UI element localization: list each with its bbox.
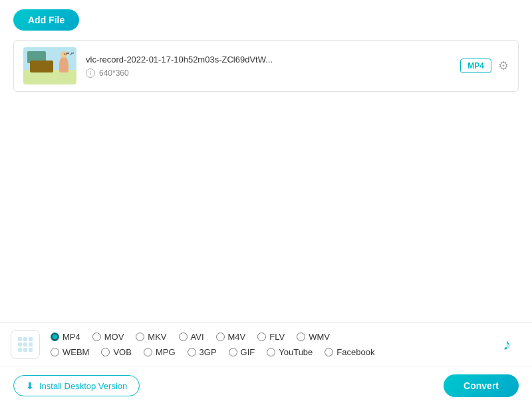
radio-3gp[interactable]: 3GP [188,347,217,357]
radio-flv[interactable]: FLV [257,332,285,342]
install-desktop-button[interactable]: ⬇ Install Desktop Version [13,375,140,396]
radio-mp4[interactable]: MP4 [51,332,80,342]
radio-vob[interactable]: VOB [101,347,131,357]
file-thumbnail: درس [23,47,76,84]
radio-mkv[interactable]: MKV [136,332,166,342]
install-label: Install Desktop Version [39,381,127,391]
convert-button[interactable]: Convert [444,374,519,397]
thumb-text: درس [64,50,74,55]
action-bar: ⬇ Install Desktop Version Convert [0,366,532,405]
file-name: vlc-record-2022-01-17-10h52m03s-ZCl69dVt… [86,55,392,65]
download-icon: ⬇ [26,380,34,391]
add-file-button[interactable]: Add File [13,9,79,31]
format-icon-box [11,330,40,359]
radio-mpg[interactable]: MPG [144,347,176,357]
format-bar: MP4 MOV MKV AVI [0,323,532,366]
format-badge[interactable]: MP4 [460,59,491,73]
file-meta: i 640*360 [86,68,460,78]
info-icon: i [86,68,95,78]
radio-gif[interactable]: GIF [229,347,255,357]
file-list: درس vlc-record-2022-01-17-10h52m03s-ZCl6… [0,40,532,92]
format-options: MP4 MOV MKV AVI [51,332,481,357]
radio-avi[interactable]: AVI [179,332,204,342]
bottom-section: MP4 MOV MKV AVI [0,323,532,405]
radio-youtube[interactable]: YouTube [267,347,313,357]
format-row-2: WEBM VOB MPG 3GP [51,347,481,357]
music-note-icon: ♪ [503,335,511,354]
file-actions: MP4 ⚙ [460,59,509,73]
file-resolution: 640*360 [99,68,129,78]
radio-mov[interactable]: MOV [92,332,124,342]
radio-webm[interactable]: WEBM [51,347,89,357]
grid-icon [18,337,33,352]
top-bar: Add File [0,0,532,40]
format-row-1: MP4 MOV MKV AVI [51,332,481,342]
file-info: vlc-record-2022-01-17-10h52m03s-ZCl69dVt… [76,55,460,78]
settings-icon[interactable]: ⚙ [498,59,509,73]
radio-facebook[interactable]: Facebook [325,347,374,357]
music-icon-box[interactable]: ♪ [492,330,521,359]
file-item: درس vlc-record-2022-01-17-10h52m03s-ZCl6… [13,40,519,92]
radio-m4v[interactable]: M4V [216,332,246,342]
radio-wmv[interactable]: WMV [297,332,330,342]
